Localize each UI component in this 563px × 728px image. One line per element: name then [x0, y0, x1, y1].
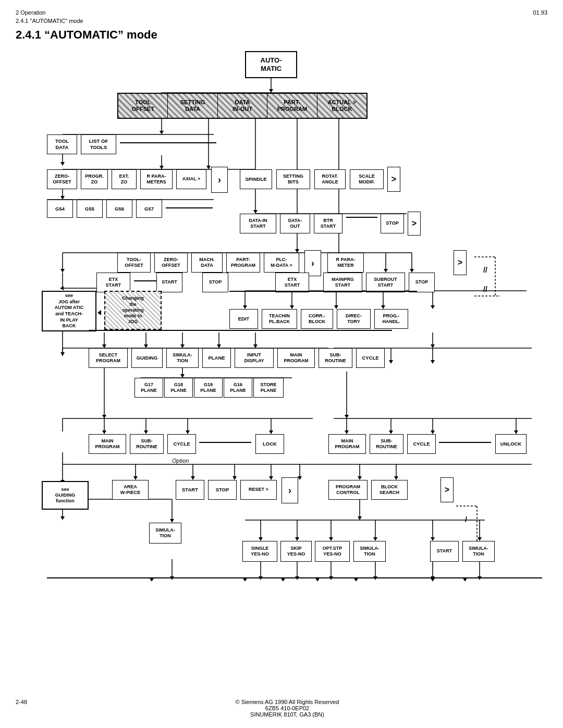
axial-node[interactable]: AXIAL >: [176, 169, 206, 189]
input-display-node[interactable]: INPUT DISPLAY: [235, 348, 274, 368]
g18-plane-node[interactable]: G18 PLANE: [164, 378, 193, 398]
block-search-node[interactable]: BLOCK SEARCH: [371, 480, 408, 500]
lock-node[interactable]: LOCK: [255, 434, 284, 454]
direc-tory-node[interactable]: DIREC- TORY: [337, 309, 371, 329]
plc-m-data-node[interactable]: PLC- M-DATA >: [264, 253, 299, 273]
single-yesno-node[interactable]: SINGLE YES-NO: [242, 541, 277, 562]
part-program2-node[interactable]: PART- PROGRAM: [226, 253, 260, 273]
skip-yesno-node[interactable]: SKIP YES-NO: [280, 541, 312, 562]
stop2-node[interactable]: STOP: [202, 273, 228, 292]
edit-node[interactable]: EDIT: [229, 309, 258, 329]
spindle-node[interactable]: SPINDLE: [240, 169, 272, 189]
teachin-plback-node[interactable]: TEACHIN PL.BACK: [262, 309, 297, 329]
tool-data-node[interactable]: TOOL DATA: [47, 134, 77, 154]
main-program1-node[interactable]: MAIN PROGRAM: [277, 348, 315, 368]
start1-node[interactable]: START: [156, 273, 182, 292]
menu-bar: TOOLOFFSET SETTINGDATA DATAIN-OUT PART-P…: [117, 93, 368, 119]
zero-offset-node[interactable]: ZERO- OFFSET: [47, 169, 77, 189]
start2-node[interactable]: START: [176, 480, 204, 500]
stop1-node[interactable]: STOP: [381, 214, 404, 233]
simula-tion2-node[interactable]: SIMULA- TION: [149, 523, 181, 544]
menu-setting-data[interactable]: SETTINGDATA: [168, 94, 217, 118]
select-program-node[interactable]: SELECT PROGRAM: [89, 348, 128, 368]
zero-offset2-node[interactable]: ZERO- OFFSET: [154, 253, 188, 273]
svg-marker-74: [389, 360, 393, 364]
g16-plane-node[interactable]: G16 PLANE: [224, 378, 252, 398]
g17-plane-node[interactable]: G17 PLANE: [134, 378, 163, 398]
unlock-node[interactable]: UNLOCK: [495, 434, 527, 454]
svg-marker-43: [384, 269, 388, 273]
svg-marker-69: [431, 344, 435, 348]
g55-node[interactable]: G55: [77, 200, 103, 218]
svg-marker-94: [186, 430, 190, 434]
stop3-node[interactable]: STOP: [409, 273, 435, 292]
sub-routine2-node[interactable]: SUB- ROUTINE: [130, 434, 164, 454]
page-title: 2.4.1 “AUTOMATIC” mode: [16, 28, 547, 42]
menu-actual-block[interactable]: ACTUAL >BLOCK: [317, 94, 366, 118]
stop4-node[interactable]: STOP: [208, 480, 237, 500]
guiding-node[interactable]: GUIDING: [131, 348, 163, 368]
cycle3-node[interactable]: CYCLE: [407, 434, 436, 454]
setting-bits-node[interactable]: SETTING BITS: [276, 169, 310, 189]
svg-marker-76: [431, 360, 435, 364]
g54-node[interactable]: G54: [47, 200, 73, 218]
svg-marker-4: [160, 131, 164, 134]
simula-tion1-node[interactable]: SIMULA- TION: [166, 348, 199, 368]
area-wpiece-node[interactable]: AREA W-PIECE: [112, 480, 149, 500]
r-para-meter2-node[interactable]: R PARA- METER: [327, 253, 364, 273]
svg-marker-17: [253, 210, 258, 214]
svg-marker-96: [269, 430, 273, 434]
svg-marker-65: [253, 344, 258, 348]
greater6-node[interactable]: ›: [282, 477, 298, 503]
prog-handl-node[interactable]: PROG.- HANDL.: [374, 309, 408, 329]
g19-plane-node[interactable]: G19 PLANE: [194, 378, 223, 398]
opt-stp-yesno-node[interactable]: OPT.STP YES-NO: [315, 541, 350, 562]
progr-zo-node[interactable]: PROGR. ZO: [81, 169, 108, 189]
list-tools-node[interactable]: LIST OF TOOLS: [81, 134, 116, 154]
etx-start2-node[interactable]: ETX START: [275, 273, 309, 292]
data-in-start-node[interactable]: DATA-IN START: [240, 214, 276, 233]
diagram-wrapper: // // / AUTO-MATIC TOOLOFFSET SETTINGDAT…: [16, 51, 547, 656]
cycle1-node[interactable]: CYCLE: [356, 348, 385, 368]
svg-marker-63: [217, 344, 221, 348]
corr-block-node[interactable]: CORR.- BLOCK: [301, 309, 333, 329]
reset-node[interactable]: RESET >: [240, 480, 277, 500]
cycle2-node[interactable]: CYCLE: [167, 434, 196, 454]
g56-node[interactable]: G56: [106, 200, 132, 218]
main-program2-node[interactable]: MAIN PROGRAM: [89, 434, 126, 454]
sub-routine1-node[interactable]: SUB- ROUTINE: [319, 348, 352, 368]
greater3-node[interactable]: >: [408, 212, 421, 236]
rotat-angle-node[interactable]: ROTAT. ANGLE: [314, 169, 346, 189]
simula-tion4-node[interactable]: SIMULA- TION: [462, 541, 495, 562]
greater7-node[interactable]: >: [440, 477, 454, 502]
menu-tool-offset[interactable]: TOOLOFFSET: [118, 94, 168, 118]
greater5-node[interactable]: >: [454, 250, 467, 275]
sub-routine3-node[interactable]: SUB- ROUTINE: [370, 434, 403, 454]
etx-start1-node[interactable]: ETX START: [96, 273, 130, 292]
ext-zo-node[interactable]: EXT. ZO: [112, 169, 137, 189]
changing-mode-node: Changingtheoperatingmode toJOG: [104, 291, 162, 330]
scale-modif-node[interactable]: SCALE MODIF.: [350, 169, 384, 189]
g57-node[interactable]: G57: [136, 200, 162, 218]
program-control-node[interactable]: PROGRAM CONTROL: [328, 480, 368, 500]
greater1-node[interactable]: ›: [211, 167, 228, 193]
mainprg-start-node[interactable]: MAINPRG START: [323, 273, 362, 292]
menu-data-in-out[interactable]: DATAIN-OUT: [218, 94, 267, 118]
simula-tion3-node[interactable]: SIMULA- TION: [353, 541, 386, 562]
svg-marker-131: [358, 516, 362, 520]
data-out-node[interactable]: DATA- OUT: [280, 214, 310, 233]
main-program3-node[interactable]: MAIN PROGRAM: [328, 434, 366, 454]
subrout-start-node[interactable]: SUBROUT START: [366, 273, 405, 292]
svg-marker-49: [290, 305, 294, 309]
menu-part-program[interactable]: PART-PROGRAM: [267, 94, 317, 118]
tool-offset2-node[interactable]: TOOL- OFFSET: [117, 253, 151, 273]
svg-marker-86: [102, 415, 106, 418]
start3-node[interactable]: START: [430, 541, 459, 562]
store-plane-node[interactable]: STORE PLANE: [253, 378, 284, 398]
greater2-node[interactable]: >: [387, 167, 400, 192]
btr-start-node[interactable]: BTR START: [314, 214, 342, 233]
r-para-meters-node[interactable]: R PARA- METERS: [140, 169, 173, 189]
mach-data-node[interactable]: MACH. DATA: [191, 253, 223, 273]
svg-marker-105: [431, 430, 435, 434]
plane-node[interactable]: PLANE: [202, 348, 231, 368]
